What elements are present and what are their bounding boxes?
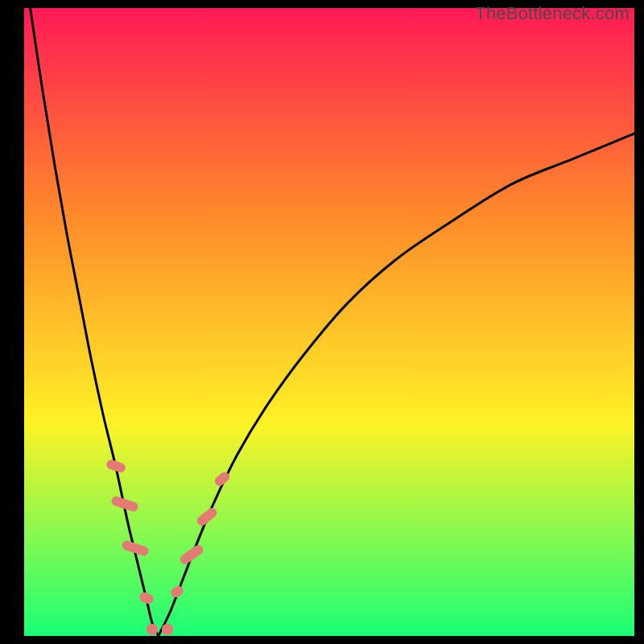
plot-area [24, 8, 634, 636]
curve-svg [24, 8, 634, 636]
curve-marker [147, 624, 158, 635]
curve-left-branch [31, 8, 159, 636]
curve-marker [162, 624, 173, 635]
watermark-text: TheBottleneck.com [475, 3, 630, 24]
outer-frame: TheBottleneck.com [0, 0, 644, 644]
curve-right-branch [159, 134, 634, 636]
